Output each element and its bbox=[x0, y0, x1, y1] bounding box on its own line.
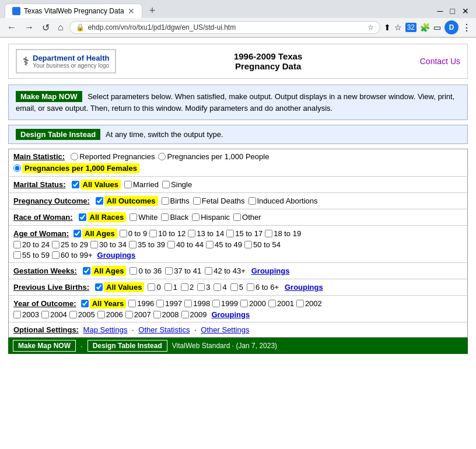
design-table-button[interactable]: Design Table Instead bbox=[16, 129, 100, 140]
plb-groupings-link[interactable]: Groupings bbox=[285, 283, 323, 292]
plb-0[interactable]: 0 bbox=[148, 283, 160, 292]
new-tab-button[interactable]: + bbox=[145, 3, 160, 18]
outcome-births-checkbox[interactable] bbox=[162, 197, 169, 205]
outcome-all-checkbox[interactable] bbox=[96, 197, 103, 205]
year-1996[interactable]: 1996 bbox=[128, 299, 154, 308]
forward-button[interactable]: → bbox=[22, 21, 36, 34]
plb-all-checkbox[interactable] bbox=[95, 283, 103, 291]
race-all-checkbox[interactable] bbox=[79, 213, 86, 221]
address-bar[interactable]: 🔒 ehdp.com/vn/ro/txu1/pd1/dgw/en_US/std-… bbox=[69, 21, 380, 34]
contact-us-link[interactable]: Contact Us bbox=[420, 57, 460, 66]
age-25-29[interactable]: 25 to 29 bbox=[52, 240, 88, 249]
outcome-fetal-deaths-checkbox[interactable] bbox=[193, 197, 201, 205]
bookmark-icon[interactable]: ☆ bbox=[368, 23, 374, 31]
year-groupings-link[interactable]: Groupings bbox=[211, 310, 250, 319]
gestation-all[interactable]: All Ages bbox=[83, 266, 127, 276]
year-1998[interactable]: 1998 bbox=[184, 299, 210, 308]
sidebar-icon[interactable]: ▭ bbox=[433, 23, 441, 32]
reported-pregnancies-radio[interactable] bbox=[71, 153, 78, 160]
age-13-14[interactable]: 13 to 14 bbox=[188, 229, 224, 238]
race-white[interactable]: White bbox=[130, 213, 158, 222]
reload-button[interactable]: ↺ bbox=[40, 21, 52, 34]
year-all[interactable]: All Years bbox=[81, 299, 127, 308]
age-40-44[interactable]: 40 to 44 bbox=[167, 240, 204, 249]
year-all-checkbox[interactable] bbox=[81, 300, 89, 307]
marital-all-values-checkbox[interactable] bbox=[72, 181, 79, 188]
gestation-42-43[interactable]: 42 to 43+ bbox=[205, 266, 246, 275]
year-1997[interactable]: 1997 bbox=[156, 299, 182, 308]
outcome-induced-abortions[interactable]: Induced Abortions bbox=[249, 197, 318, 205]
age-35-39[interactable]: 35 to 39 bbox=[129, 240, 165, 249]
year-2004[interactable]: 2004 bbox=[41, 310, 67, 319]
share-icon[interactable]: ⬆ bbox=[384, 23, 391, 32]
age-60-99[interactable]: 60 to 99+ bbox=[52, 251, 93, 259]
browser-tab[interactable]: Texas VitalWeb Pregnancy Data ✕ bbox=[5, 3, 142, 18]
age-55-59[interactable]: 55 to 59 bbox=[13, 251, 50, 259]
year-2001[interactable]: 2001 bbox=[268, 299, 294, 308]
age-45-49[interactable]: 45 to 49 bbox=[206, 240, 242, 249]
plb-3[interactable]: 3 bbox=[197, 283, 210, 292]
other-settings-link[interactable]: Other Settings bbox=[201, 325, 249, 334]
marital-single-checkbox[interactable] bbox=[162, 181, 170, 188]
race-hispanic[interactable]: Hispanic bbox=[192, 213, 230, 222]
marital-all-values[interactable]: All Values bbox=[72, 180, 121, 190]
gestation-37-41[interactable]: 37 to 41 bbox=[165, 266, 201, 275]
outcome-births[interactable]: Births bbox=[162, 197, 190, 205]
age-18-19[interactable]: 18 to 19 bbox=[265, 229, 301, 238]
bottom-design-table-button[interactable]: Design Table Instead bbox=[88, 340, 167, 352]
back-button[interactable]: ← bbox=[5, 21, 19, 34]
plb-5[interactable]: 5 bbox=[230, 283, 243, 292]
plb-2[interactable]: 2 bbox=[181, 283, 194, 292]
plb-1[interactable]: 1 bbox=[164, 283, 177, 292]
year-2009[interactable]: 2009 bbox=[181, 310, 207, 319]
extension-icon[interactable]: 🧩 bbox=[420, 23, 430, 32]
year-2005[interactable]: 2005 bbox=[69, 310, 95, 319]
per1000-females-radio[interactable] bbox=[13, 164, 21, 172]
year-1999[interactable]: 1999 bbox=[212, 299, 238, 308]
year-2000[interactable]: 2000 bbox=[240, 299, 266, 308]
marital-married-checkbox[interactable] bbox=[124, 181, 132, 188]
year-2006[interactable]: 2006 bbox=[97, 310, 123, 319]
year-2008[interactable]: 2008 bbox=[153, 310, 179, 319]
age-all[interactable]: All Ages bbox=[74, 229, 117, 238]
per1000-people-radio[interactable] bbox=[158, 153, 166, 160]
map-settings-link[interactable]: Map Settings bbox=[83, 325, 128, 334]
main-statistic-reported[interactable]: Reported Pregnancies bbox=[71, 152, 155, 161]
race-black-checkbox[interactable] bbox=[161, 213, 169, 221]
plb-4[interactable]: 4 bbox=[214, 283, 226, 292]
outcome-all[interactable]: All Outcomes bbox=[96, 196, 158, 206]
gestation-all-checkbox[interactable] bbox=[83, 267, 90, 275]
menu-button[interactable]: ⋮ bbox=[462, 22, 471, 33]
home-button[interactable]: ⌂ bbox=[55, 21, 66, 34]
age-30-34[interactable]: 30 to 34 bbox=[90, 240, 127, 249]
age-50-54[interactable]: 50 to 54 bbox=[244, 240, 281, 249]
outcome-induced-abortions-checkbox[interactable] bbox=[249, 197, 256, 205]
age-10-12[interactable]: 10 to 12 bbox=[149, 229, 186, 238]
window-close[interactable]: ✕ bbox=[460, 6, 471, 16]
race-other-checkbox[interactable] bbox=[233, 213, 241, 221]
window-maximize[interactable]: □ bbox=[448, 6, 457, 16]
window-minimize[interactable]: ─ bbox=[435, 6, 446, 16]
translate-icon[interactable]: 32 bbox=[405, 23, 416, 32]
make-map-now-button[interactable]: Make Map NOW bbox=[16, 91, 82, 102]
race-hispanic-checkbox[interactable] bbox=[192, 213, 200, 221]
marital-single[interactable]: Single bbox=[162, 180, 192, 189]
race-white-checkbox[interactable] bbox=[130, 213, 137, 221]
year-2007[interactable]: 2007 bbox=[125, 310, 151, 319]
bookmark-star-icon[interactable]: ☆ bbox=[394, 23, 402, 32]
year-2003[interactable]: 2003 bbox=[13, 310, 39, 319]
year-2002[interactable]: 2002 bbox=[296, 299, 322, 308]
race-black[interactable]: Black bbox=[161, 213, 188, 222]
gestation-groupings-link[interactable]: Groupings bbox=[251, 266, 290, 275]
tab-close-button[interactable]: ✕ bbox=[128, 6, 135, 16]
gestation-0-36[interactable]: 0 to 36 bbox=[130, 266, 162, 275]
main-statistic-per1000females[interactable]: Pregnancies per 1,000 Females bbox=[13, 163, 139, 173]
profile-button[interactable]: D bbox=[444, 20, 459, 34]
age-groupings-link[interactable]: Groupings bbox=[97, 251, 136, 259]
marital-married[interactable]: Married bbox=[124, 180, 159, 189]
age-15-17[interactable]: 15 to 17 bbox=[226, 229, 262, 238]
age-all-checkbox[interactable] bbox=[74, 230, 81, 237]
other-statistics-link[interactable]: Other Statistics bbox=[138, 325, 190, 334]
race-other[interactable]: Other bbox=[233, 213, 261, 222]
age-20-24[interactable]: 20 to 24 bbox=[13, 240, 50, 249]
